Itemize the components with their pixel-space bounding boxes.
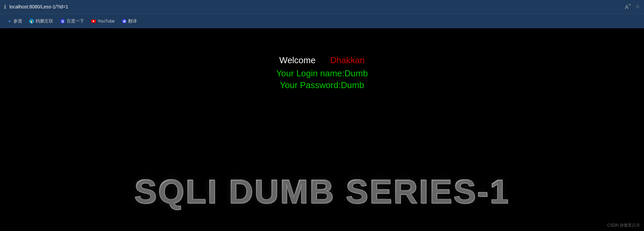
oupeng-icon: 🐧	[29, 18, 34, 24]
browser-toolbar: ● 参透 🐧 鸥鹏互联 百 百度一下	[0, 13, 644, 28]
browser-titlebar: ℹ localhost:8080/Less-1/?id=1 Aꟸ ☆	[0, 0, 644, 13]
cantou-icon: ●	[7, 18, 12, 24]
svg-text:译: 译	[123, 20, 126, 23]
bookmark-baidu-label: 百度一下	[67, 18, 84, 24]
welcome-label: Welcome	[279, 55, 316, 65]
welcome-name: Dhakkan	[330, 55, 365, 65]
titlebar-left: ℹ localhost:8080/Less-1/?id=1	[4, 4, 68, 10]
bookmark-youtube[interactable]: YouTube	[88, 17, 117, 25]
browser-chrome: ℹ localhost:8080/Less-1/?id=1 Aꟸ ☆ ● 参透 …	[0, 0, 644, 28]
big-title-text: SQLI DUMB SERIES-1	[32, 172, 612, 211]
bookmark-translate[interactable]: 译 翻译	[119, 17, 140, 26]
youtube-icon	[91, 18, 96, 24]
translate-icon: 译	[121, 18, 127, 24]
password-value: Dumb	[341, 80, 364, 90]
bookmark-oupeng[interactable]: 🐧 鸥鹏互联	[26, 17, 56, 26]
info-icon: ℹ	[4, 4, 6, 10]
svg-text:🐧: 🐧	[30, 19, 34, 24]
svg-text:百: 百	[61, 20, 65, 23]
font-size-icon: Aꟸ	[625, 3, 631, 10]
welcome-line: Welcome Dhakkan	[276, 55, 368, 66]
bookmark-star-icon[interactable]: ☆	[635, 3, 640, 10]
bookmark-oupeng-label: 鸥鹏互联	[36, 18, 53, 24]
bookmark-youtube-label: YouTube	[98, 18, 115, 24]
login-info-line: Your Login name:Dumb	[276, 68, 368, 79]
main-content: Welcome Dhakkan Your Login name:Dumb You…	[0, 28, 644, 231]
big-title-container: SQLI DUMB SERIES-1	[32, 172, 612, 211]
password-label: Your Password:	[280, 80, 341, 90]
bookmark-baidu[interactable]: 百 百度一下	[57, 17, 87, 26]
watermark: CSDN @繁星日月	[607, 223, 640, 228]
welcome-section: Welcome Dhakkan Your Login name:Dumb You…	[276, 55, 368, 90]
url-bar[interactable]: localhost:8080/Less-1/?id=1	[9, 4, 68, 9]
password-info-line: Your Password:Dumb	[276, 80, 368, 90]
bookmark-translate-label: 翻译	[128, 18, 137, 24]
titlebar-right: Aꟸ ☆	[625, 3, 640, 10]
login-value: Dumb	[344, 68, 368, 78]
login-label: Your Login name:	[276, 68, 344, 78]
baidu-icon: 百	[60, 18, 65, 24]
bookmark-cantou[interactable]: ● 参透	[4, 17, 25, 26]
bookmark-cantou-label: 参透	[13, 18, 22, 24]
